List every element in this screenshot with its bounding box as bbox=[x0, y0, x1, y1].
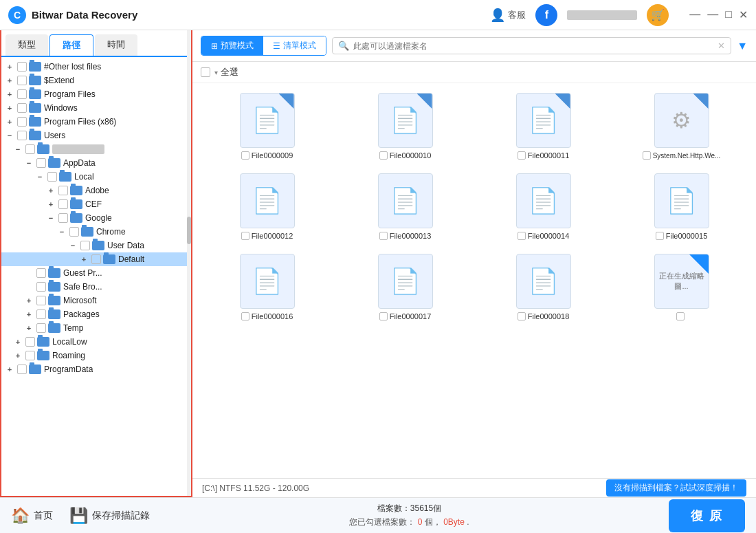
expander-icon[interactable]: + bbox=[45, 185, 56, 196]
tree-item-packages[interactable]: + Packages bbox=[1, 307, 191, 321]
expander-icon[interactable]: + bbox=[12, 350, 23, 361]
tree-item-user-data[interactable]: − User Data bbox=[1, 239, 191, 252]
expander-icon[interactable]: − bbox=[56, 226, 67, 237]
tree-item-windows[interactable]: + Windows bbox=[1, 101, 191, 115]
expander-icon[interactable]: + bbox=[23, 323, 34, 334]
recover-button[interactable]: 復 原 bbox=[669, 499, 745, 532]
expander-icon[interactable]: − bbox=[45, 213, 56, 224]
maximize-button[interactable]: □ bbox=[725, 8, 732, 21]
close-button[interactable]: ✕ bbox=[739, 8, 748, 21]
expander-icon[interactable]: + bbox=[78, 254, 89, 265]
file-checkbox[interactable] bbox=[379, 312, 388, 320]
expander-icon[interactable]: + bbox=[4, 364, 15, 375]
tree-checkbox[interactable] bbox=[47, 172, 57, 182]
tree-checkbox[interactable] bbox=[36, 323, 46, 333]
tree-checkbox[interactable] bbox=[25, 337, 35, 347]
file-item-generating[interactable]: 正在生成縮略圖... bbox=[615, 250, 748, 325]
tree-checkbox[interactable] bbox=[17, 131, 27, 140]
tree-checkbox[interactable] bbox=[36, 309, 46, 319]
cart-button[interactable]: 🛒 bbox=[647, 4, 669, 26]
tree-checkbox[interactable] bbox=[17, 103, 27, 113]
preview-mode-button[interactable]: ⊞ 預覽模式 bbox=[201, 36, 263, 55]
file-item[interactable]: 📄 File0000018 bbox=[477, 250, 610, 325]
tree-checkbox[interactable] bbox=[17, 89, 27, 99]
tree-checkbox[interactable] bbox=[25, 351, 35, 360]
tree-item-users[interactable]: − Users bbox=[1, 129, 191, 142]
file-item[interactable]: 📄 File0000017 bbox=[339, 250, 471, 325]
tree-checkbox[interactable] bbox=[80, 241, 90, 250]
tree-checkbox[interactable] bbox=[58, 186, 68, 195]
tree-checkbox[interactable] bbox=[36, 268, 46, 278]
tree-item-user-blurred[interactable]: − ████████ bbox=[1, 142, 191, 156]
file-checkbox[interactable] bbox=[241, 232, 249, 240]
expander-icon[interactable]: + bbox=[4, 89, 15, 100]
file-checkbox[interactable] bbox=[643, 151, 651, 160]
expander-icon[interactable]: − bbox=[34, 171, 45, 182]
tab-type[interactable]: 類型 bbox=[5, 34, 48, 56]
file-item[interactable]: 📄 File0000010 bbox=[339, 89, 471, 164]
support-button[interactable]: 👤 客服 bbox=[490, 8, 526, 23]
tree-item-roaming[interactable]: + Roaming bbox=[1, 349, 191, 362]
clear-search-icon[interactable]: ✕ bbox=[718, 41, 725, 51]
file-checkbox[interactable] bbox=[518, 312, 526, 320]
tree-item-program-files-x86[interactable]: + Program Files (x86) bbox=[1, 115, 191, 129]
file-checkbox[interactable] bbox=[241, 312, 249, 320]
tree-item-extend[interactable]: + $Extend bbox=[1, 74, 191, 87]
tree-item-appdata[interactable]: − AppData bbox=[1, 156, 191, 170]
search-input[interactable] bbox=[353, 41, 713, 51]
file-item[interactable]: 📄 File0000009 bbox=[201, 89, 333, 164]
expander-icon[interactable]: + bbox=[12, 336, 23, 347]
file-checkbox[interactable] bbox=[656, 232, 664, 240]
tree-checkbox[interactable] bbox=[58, 213, 68, 223]
tree-item-safe-bro[interactable]: Safe Bro... bbox=[1, 280, 191, 294]
file-checkbox[interactable] bbox=[379, 232, 388, 240]
tree-checkbox[interactable] bbox=[17, 62, 27, 72]
file-checkbox[interactable] bbox=[676, 312, 685, 320]
file-item[interactable]: ⚙ System.Net.Http.We... bbox=[615, 89, 748, 164]
tree-item-guest-pr[interactable]: Guest Pr... bbox=[1, 266, 191, 280]
select-arrow-icon[interactable]: ▾ bbox=[214, 69, 218, 76]
expander-icon[interactable]: − bbox=[12, 144, 23, 155]
file-item[interactable]: 📄 File0000012 bbox=[201, 169, 333, 244]
filter-icon[interactable]: ▼ bbox=[737, 40, 748, 52]
tree-item-localLow[interactable]: + LocalLow bbox=[1, 335, 191, 349]
tree-item-local[interactable]: − Local bbox=[1, 170, 191, 184]
tree-checkbox[interactable] bbox=[69, 227, 79, 237]
expander-icon[interactable]: + bbox=[4, 75, 15, 86]
tree-item-cef[interactable]: + CEF bbox=[1, 197, 191, 211]
file-checkbox[interactable] bbox=[379, 151, 388, 160]
expander-icon[interactable]: + bbox=[4, 102, 15, 113]
tree-checkbox[interactable] bbox=[36, 282, 46, 292]
restore-button[interactable]: — bbox=[707, 8, 718, 21]
save-scan-button[interactable]: 💾 保存掃描記錄 bbox=[69, 507, 150, 525]
tree-item-other-lost[interactable]: + #Other lost files bbox=[1, 60, 191, 74]
tree-item-chrome[interactable]: − Chrome bbox=[1, 225, 191, 239]
expander-icon[interactable]: − bbox=[67, 240, 78, 251]
tree-checkbox[interactable] bbox=[91, 254, 101, 264]
file-item[interactable]: 📄 File0000013 bbox=[339, 169, 471, 244]
expander-icon[interactable]: + bbox=[23, 295, 34, 306]
deep-scan-button[interactable]: 沒有掃描到檔案？試試深度掃描！ bbox=[606, 479, 746, 497]
expander-icon[interactable]: − bbox=[23, 157, 34, 168]
tree-item-program-data[interactable]: + ProgramData bbox=[1, 362, 191, 376]
facebook-button[interactable]: f bbox=[535, 4, 557, 26]
expander-icon[interactable]: + bbox=[23, 309, 34, 320]
file-checkbox[interactable] bbox=[241, 151, 249, 160]
tree-item-default[interactable]: + Default bbox=[1, 252, 191, 266]
tree-checkbox[interactable] bbox=[17, 117, 27, 127]
tree-item-temp[interactable]: + Temp bbox=[1, 321, 191, 335]
expander-icon[interactable]: + bbox=[4, 116, 15, 127]
tree-checkbox[interactable] bbox=[17, 76, 27, 85]
tab-time[interactable]: 時間 bbox=[95, 34, 137, 56]
tree-item-microsoft[interactable]: + Microsoft bbox=[1, 294, 191, 307]
file-item[interactable]: 📄 File0000015 bbox=[615, 169, 748, 244]
tree-item-google[interactable]: − Google bbox=[1, 211, 191, 225]
tree-checkbox[interactable] bbox=[58, 199, 68, 209]
tree-checkbox[interactable] bbox=[25, 144, 35, 154]
tree-checkbox[interactable] bbox=[17, 365, 27, 374]
home-button[interactable]: 🏠 首页 bbox=[11, 507, 53, 525]
expander-icon[interactable]: + bbox=[4, 61, 15, 72]
tree-item-program-files[interactable]: + Program Files bbox=[1, 87, 191, 101]
tab-path[interactable]: 路徑 bbox=[49, 34, 93, 56]
file-checkbox[interactable] bbox=[518, 232, 526, 240]
